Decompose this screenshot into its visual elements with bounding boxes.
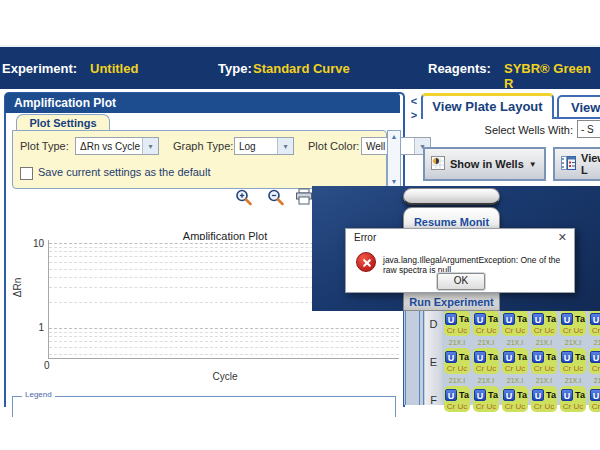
well-body: UTaCr Uc (473, 386, 499, 412)
plot-type-dropdown[interactable]: ΔRn vs Cycle ▾ (75, 137, 159, 155)
well-sub-text: Cr Uc (531, 327, 557, 335)
well-body: UTaCr Uc (589, 348, 600, 374)
type-label: Type: (218, 61, 252, 76)
plate-well[interactable]: 21X.IUTaCr Uc (559, 376, 587, 414)
ok-button[interactable]: OK (437, 273, 485, 290)
plate-well[interactable]: 21X.IUTaCr Uc (443, 376, 471, 414)
unknown-task-icon: U (561, 351, 573, 363)
plate-well[interactable]: 21X.IUTaCr Uc (501, 338, 529, 376)
gridline (49, 347, 399, 348)
well-target-text: Ta (459, 314, 469, 324)
well-target-text: Ta (488, 390, 498, 400)
well-sample-text: 21X.I (588, 338, 600, 348)
legend-label: Legend (22, 390, 55, 399)
tab-view-well-table[interactable]: View (557, 95, 600, 119)
app-screen: Experiment: Untitled Type: Standard Curv… (0, 0, 600, 450)
plate-well[interactable]: 21X.IUTaCr Uc (472, 338, 500, 376)
plate-row-label: D (425, 318, 442, 330)
unknown-task-icon: U (590, 351, 600, 363)
show-in-wells-button[interactable]: Show in Wells ▼ (423, 147, 546, 181)
plot-settings-body: Plot Type: ΔRn vs Cycle ▾ Graph Type: Lo… (12, 130, 387, 189)
well-body: UTaCr Uc (589, 310, 600, 336)
plate-row-label-column: DEF (425, 296, 442, 405)
print-icon[interactable] (294, 188, 314, 208)
plot-color-label: Plot Color: (308, 140, 359, 152)
well-sub-text: Cr Uc (531, 365, 557, 373)
legend-table-icon (561, 156, 576, 172)
chevron-down-icon: ▼ (529, 160, 537, 169)
well-sample-text: 21X.I (472, 338, 500, 348)
close-icon[interactable]: ✕ (558, 231, 567, 244)
scroll-up-icon[interactable]: ▲ (388, 133, 400, 140)
unknown-task-icon: U (561, 389, 573, 401)
well-sub-text: Cr Uc (589, 365, 600, 373)
tab-view-plate-layout[interactable]: View Plate Layout (421, 93, 554, 119)
experiment-label: Experiment: (2, 61, 77, 76)
well-sub-text: Cr Uc (502, 403, 528, 411)
type-value: Standard Curve (253, 61, 350, 76)
graph-type-dropdown[interactable]: Log ▾ (234, 137, 294, 155)
well-body: UTaCr Uc (531, 386, 557, 412)
view-legend-label: View L (581, 152, 600, 176)
well-target-text: Ta (546, 314, 556, 324)
well-target-text: Ta (546, 390, 556, 400)
wells-palette-icon (431, 156, 445, 172)
run-experiment-label: Run Experiment (404, 296, 499, 308)
resume-monitoring-label: Resume Monit (404, 216, 499, 228)
well-sub-text: Cr Uc (560, 365, 586, 373)
experiment-header-bar: Experiment: Untitled Type: Standard Curv… (0, 47, 600, 89)
error-dialog-title: Error (354, 232, 376, 243)
zoom-out-icon[interactable] (266, 188, 286, 208)
well-body: UTaCr Uc (444, 348, 470, 374)
plate-well[interactable]: 21X.IUTaCr Uc (530, 338, 558, 376)
unknown-task-icon: U (474, 389, 486, 401)
scroll-down-icon[interactable]: ▼ (388, 178, 400, 185)
error-icon (356, 252, 376, 272)
well-target-text: Ta (488, 314, 498, 324)
plate-well[interactable]: 21X.IUTaCr Uc (472, 376, 500, 414)
chevron-down-icon[interactable]: ▾ (277, 138, 293, 154)
plate-well[interactable]: 21X.IUTaCr Uc (559, 338, 587, 376)
y-tick-1: 1 (28, 322, 44, 333)
gridline (49, 341, 399, 342)
gridline (49, 328, 399, 329)
x-axis-label: Cycle (150, 371, 300, 382)
save-default-checkbox[interactable] (20, 167, 33, 180)
unknown-task-icon: U (561, 313, 573, 325)
view-legend-button[interactable]: View L (553, 147, 600, 181)
unknown-task-icon: U (590, 389, 600, 401)
zoom-in-icon[interactable] (234, 188, 254, 208)
well-sub-text: Cr Uc (473, 403, 499, 411)
well-body: UTaCr Uc (473, 348, 499, 374)
plot-type-label: Plot Type: (20, 140, 69, 152)
plate-well[interactable]: 21X.IUTaCr Uc (501, 376, 529, 414)
unknown-task-icon: U (445, 389, 457, 401)
y-tick-10: 10 (28, 238, 44, 249)
unknown-task-icon: U (474, 313, 486, 325)
well-sample-text: 21X.I (588, 376, 600, 386)
well-body: UTaCr Uc (473, 310, 499, 336)
well-sample-text: 21X.I (443, 376, 471, 386)
error-dialog: Error ✕ java.lang.IllegalArgumentExcepti… (345, 228, 575, 293)
plate-well[interactable]: 21X.IUTaCr Uc (588, 338, 600, 376)
well-body: UTaCr Uc (502, 386, 528, 412)
plate-well[interactable]: 21X.IUTaCr Uc (443, 338, 471, 376)
well-sub-text: Cr Uc (502, 327, 528, 335)
plate-well[interactable]: 21X.IUTaCr Uc (530, 376, 558, 414)
well-target-text: Ta (517, 390, 527, 400)
settings-scrollbar[interactable]: ▲ ▼ (387, 130, 401, 188)
collapse-panel-icon[interactable]: < (408, 95, 420, 108)
well-target-text: Ta (575, 352, 585, 362)
unknown-task-icon: U (503, 351, 515, 363)
panel-border-line (405, 296, 406, 405)
expand-panel-icon[interactable]: > (408, 109, 420, 122)
well-body: UTaCr Uc (560, 348, 586, 374)
select-wells-dropdown[interactable]: - S (577, 120, 600, 138)
plate-border-line (423, 296, 424, 405)
chevron-down-icon[interactable]: ▾ (142, 138, 158, 154)
well-sub-text: Cr Uc (444, 327, 470, 335)
plate-wells: 21X.IUTaCr Uc21X.IUTaCr Uc21X.IUTaCr Uc2… (443, 296, 600, 405)
plate-well[interactable]: 21X.IUTaCr Uc (588, 376, 600, 414)
error-message: java.lang.IllegalArgumentException: One … (383, 255, 569, 275)
monitor-button-top[interactable] (403, 188, 500, 205)
